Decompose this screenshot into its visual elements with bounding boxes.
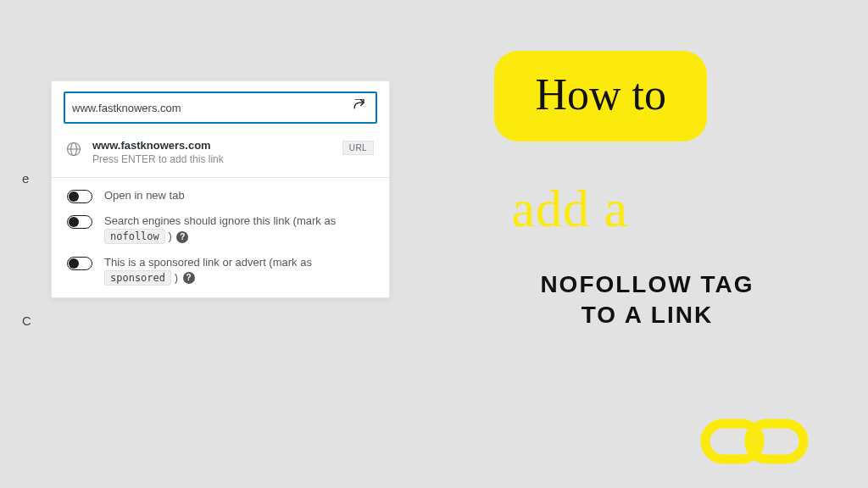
- headline-subtitle: NOFOLLOW TAG TO A LINK: [494, 269, 799, 331]
- subtitle-line2: TO A LINK: [581, 302, 713, 328]
- link-search-row: [52, 81, 389, 130]
- chain-link-icon: [698, 403, 817, 480]
- code-nofollow: nofollow: [104, 229, 165, 244]
- link-suggestion-title: www.fastknowers.com: [92, 139, 332, 152]
- submit-arrow-icon[interactable]: [350, 98, 369, 117]
- link-suggestion-row[interactable]: www.fastknowers.com Press ENTER to add t…: [52, 130, 389, 178]
- label-nofollow-prefix: Search engines should ignore this link (…: [104, 214, 336, 227]
- toggle-open-new-tab[interactable]: [67, 190, 92, 203]
- option-nofollow: Search engines should ignore this link (…: [67, 214, 374, 244]
- link-suggestion-hint: Press ENTER to add this link: [92, 153, 332, 165]
- option-sponsored: This is a sponsored link or advert (mark…: [67, 255, 374, 286]
- label-nofollow: Search engines should ignore this link (…: [104, 214, 374, 244]
- label-sponsored: This is a sponsored link or advert (mark…: [104, 255, 374, 286]
- link-url-input[interactable]: [72, 102, 350, 114]
- url-type-badge: URL: [342, 141, 374, 155]
- subtitle-line1: NOFOLLOW TAG: [540, 271, 754, 297]
- headline-line2: add a: [511, 179, 868, 239]
- link-suggestion-text: www.fastknowers.com Press ENTER to add t…: [92, 139, 332, 165]
- cropped-letter-e: e: [22, 171, 29, 186]
- cropped-letter-c: C: [22, 313, 31, 328]
- option-open-new-tab: Open in new tab: [67, 188, 374, 203]
- help-icon[interactable]: ?: [176, 231, 188, 243]
- toggle-sponsored[interactable]: [67, 257, 92, 270]
- toggle-nofollow[interactable]: [67, 215, 92, 229]
- label-nofollow-suffix: ): [168, 230, 171, 242]
- label-open-new-tab: Open in new tab: [104, 188, 185, 203]
- label-sponsored-prefix: This is a sponsored link or advert (mark…: [104, 256, 312, 269]
- headline-badge: How to: [494, 51, 707, 141]
- globe-icon: [65, 141, 82, 158]
- link-search-box[interactable]: [64, 92, 377, 124]
- code-sponsored: sponsored: [104, 270, 171, 286]
- link-options: Open in new tab Search engines should ig…: [52, 178, 389, 297]
- help-icon[interactable]: ?: [183, 272, 195, 284]
- label-sponsored-suffix: ): [175, 271, 178, 284]
- link-insert-popover: www.fastknowers.com Press ENTER to add t…: [51, 80, 390, 298]
